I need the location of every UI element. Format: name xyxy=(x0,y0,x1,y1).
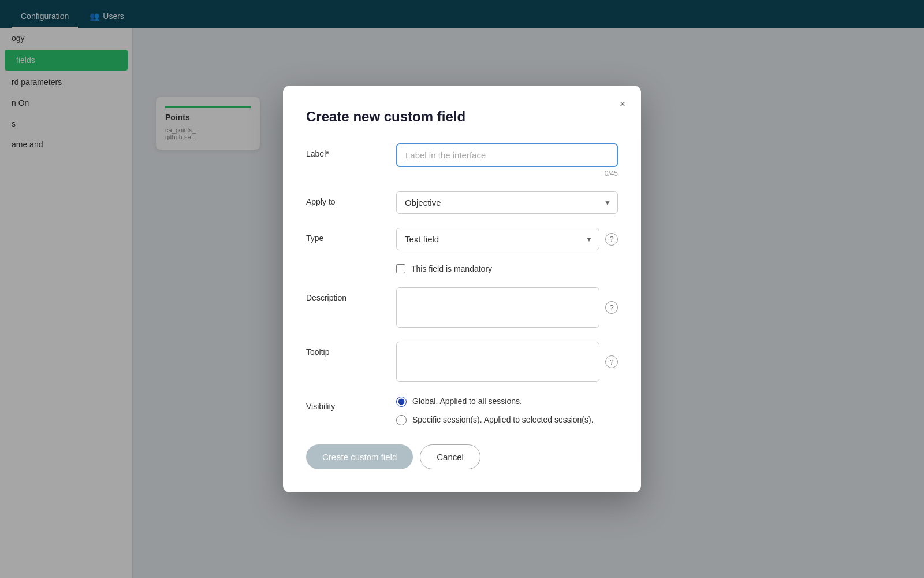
modal-actions: Create custom field Cancel xyxy=(306,444,618,469)
char-count: 0/45 xyxy=(396,169,618,177)
tooltip-help-icon[interactable]: ? xyxy=(605,355,618,368)
apply-to-form-row: Apply to Objective Key Result Initiative… xyxy=(306,191,618,214)
description-help-icon[interactable]: ? xyxy=(605,301,618,314)
description-label: Description xyxy=(306,287,387,302)
tooltip-form-row: Tooltip ? xyxy=(306,342,618,382)
type-select[interactable]: Text field Number Date Dropdown Checkbox xyxy=(396,228,599,250)
mandatory-checkbox-label: This field is mandatory xyxy=(411,264,492,273)
visibility-specific-radio[interactable] xyxy=(396,415,407,425)
visibility-specific-label: Specific session(s). Applied to selected… xyxy=(412,414,594,426)
mandatory-checkbox[interactable] xyxy=(396,264,405,273)
visibility-specific-option: Specific session(s). Applied to selected… xyxy=(396,414,618,426)
modal-title: Create new custom field xyxy=(306,109,618,125)
apply-to-field-container: Objective Key Result Initiative Session … xyxy=(396,191,618,214)
description-field-container: ? xyxy=(396,287,618,328)
apply-to-label: Apply to xyxy=(306,191,387,206)
create-custom-field-button[interactable]: Create custom field xyxy=(306,444,413,469)
visibility-global-label: Global. Applied to all sessions. xyxy=(412,396,522,407)
tooltip-label: Tooltip xyxy=(306,342,387,357)
apply-to-select[interactable]: Objective Key Result Initiative Session xyxy=(396,191,618,214)
type-help-icon[interactable]: ? xyxy=(605,233,618,246)
description-form-row: Description ? xyxy=(306,287,618,328)
label-field-container: 0/45 xyxy=(396,143,618,177)
label-field-label: Label* xyxy=(306,143,387,158)
modal: × Create new custom field Label* 0/45 Ap… xyxy=(283,86,641,492)
modal-close-button[interactable]: × xyxy=(613,95,632,113)
label-form-row: Label* 0/45 xyxy=(306,143,618,177)
visibility-label: Visibility xyxy=(306,396,387,411)
label-input[interactable] xyxy=(396,143,618,167)
modal-overlay: × Create new custom field Label* 0/45 Ap… xyxy=(0,0,924,578)
type-field-container: Text field Number Date Dropdown Checkbox… xyxy=(396,228,618,250)
cancel-button[interactable]: Cancel xyxy=(420,444,480,469)
visibility-global-option: Global. Applied to all sessions. xyxy=(396,396,618,407)
type-select-wrapper: Text field Number Date Dropdown Checkbox… xyxy=(396,228,599,250)
apply-to-select-wrapper: Objective Key Result Initiative Session … xyxy=(396,191,618,214)
visibility-form-row: Visibility Global. Applied to all sessio… xyxy=(306,396,618,425)
type-form-row: Type Text field Number Date Dropdown Che… xyxy=(306,228,618,250)
type-label: Type xyxy=(306,228,387,243)
tooltip-field-container: ? xyxy=(396,342,618,382)
visibility-radio-group: Global. Applied to all sessions. Specifi… xyxy=(396,396,618,425)
description-textarea[interactable] xyxy=(396,287,599,328)
visibility-field-container: Global. Applied to all sessions. Specifi… xyxy=(396,396,618,425)
tooltip-textarea[interactable] xyxy=(396,342,599,382)
mandatory-checkbox-row: This field is mandatory xyxy=(306,264,618,273)
visibility-global-radio[interactable] xyxy=(396,397,407,407)
